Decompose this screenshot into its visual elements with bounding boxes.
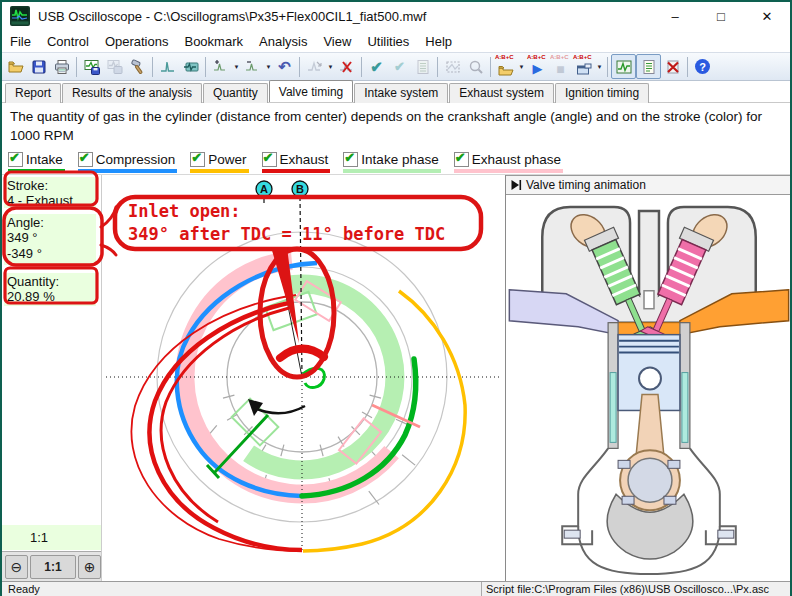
close-button[interactable]: ✕ bbox=[744, 3, 790, 29]
stretch-dropdown-arrow[interactable]: ▼ bbox=[232, 64, 241, 70]
script-folder-icon bbox=[497, 60, 515, 78]
menu-control[interactable]: Control bbox=[39, 32, 97, 51]
zoom-region-button[interactable] bbox=[464, 55, 487, 78]
select-region-button[interactable] bbox=[441, 55, 464, 78]
menu-operations[interactable]: Operations bbox=[97, 32, 177, 51]
coolant-passage-right bbox=[682, 373, 688, 443]
marker-a[interactable]: A bbox=[256, 181, 272, 203]
checkbox-icon: ✔ bbox=[262, 152, 277, 167]
tools-button[interactable] bbox=[126, 55, 149, 78]
script-badge: A:B+C bbox=[550, 54, 569, 60]
script-editor-dropdown-arrow[interactable]: ▼ bbox=[595, 64, 604, 70]
checkbox-power[interactable]: ✔Power bbox=[190, 152, 248, 173]
quantity-info-box: Quantity: 20.89 % bbox=[4, 273, 96, 306]
script-panel-icon bbox=[640, 58, 658, 76]
apply-button[interactable]: ✔ bbox=[365, 55, 388, 78]
checkbox-exhaust-phase[interactable]: ✔Exhaust phase bbox=[454, 152, 563, 173]
close-document-icon bbox=[664, 58, 682, 76]
undo-button[interactable]: ↶ bbox=[273, 55, 296, 78]
script-badge: A:B+C bbox=[573, 54, 592, 60]
menu-file[interactable]: File bbox=[2, 32, 39, 51]
measure-dropdown-arrow[interactable]: ▼ bbox=[326, 64, 335, 70]
crank-journal bbox=[628, 458, 672, 502]
stroke-label: Stroke: bbox=[7, 178, 93, 193]
checkbox-compression[interactable]: ✔Compression bbox=[78, 152, 178, 173]
pulse-button[interactable] bbox=[156, 55, 179, 78]
app-window: USB Oscilloscope - C:\Oscillograms\Px35+… bbox=[0, 0, 792, 596]
menu-bookmark[interactable]: Bookmark bbox=[176, 32, 251, 51]
undo-icon: ↶ bbox=[278, 59, 291, 74]
script-open-dropdown-arrow[interactable]: ▼ bbox=[517, 64, 526, 70]
menu-bar: File Control Operations Bookmark Analysi… bbox=[2, 30, 790, 52]
script-editor-button[interactable]: A:B+C bbox=[572, 55, 595, 78]
engine-diagram bbox=[506, 195, 792, 581]
toggle-graph-panel-button[interactable] bbox=[611, 54, 636, 79]
open-file-button[interactable] bbox=[4, 55, 27, 78]
checkbox-exhaust[interactable]: ✔Exhaust bbox=[262, 152, 331, 173]
polar-chart: A B bbox=[102, 175, 505, 581]
export-image-button[interactable] bbox=[103, 55, 126, 78]
erase-marks-button[interactable] bbox=[335, 55, 358, 78]
script-stop-button[interactable]: A:B+C■ bbox=[549, 55, 572, 78]
description-text: The quantity of gas in the cylinder (dis… bbox=[2, 103, 790, 150]
menu-help[interactable]: Help bbox=[417, 32, 460, 51]
checkbox-intake[interactable]: ✔Intake bbox=[8, 152, 65, 173]
tab-results-of-the-analysis[interactable]: Results of the analysis bbox=[62, 83, 202, 103]
tab-intake-system[interactable]: Intake system bbox=[354, 83, 448, 103]
checkbox-icon: ✔ bbox=[8, 152, 23, 167]
minimize-button[interactable]: – bbox=[652, 3, 698, 29]
tab-exhaust-system[interactable]: Exhaust system bbox=[449, 83, 554, 103]
checkbox-icon: ✔ bbox=[454, 152, 469, 167]
save-file-button[interactable] bbox=[27, 55, 50, 78]
close-document-button[interactable] bbox=[661, 55, 684, 78]
magnifier-icon bbox=[467, 58, 485, 76]
svg-text:B: B bbox=[296, 183, 304, 195]
script-run-button[interactable]: A:B+C▶ bbox=[526, 55, 549, 78]
maximize-button[interactable]: □ bbox=[698, 3, 744, 29]
toolbar-separator bbox=[687, 57, 688, 77]
zoom-controls: ⊖ 1:1 ⊕ bbox=[2, 551, 101, 581]
checkbox-intake-phase[interactable]: ✔Intake phase bbox=[343, 152, 440, 173]
pulse-settings-button[interactable] bbox=[179, 55, 202, 78]
script-file-path: Script file:C:\Program Files (x86)\USB O… bbox=[481, 582, 790, 596]
wrist-pin bbox=[639, 368, 661, 390]
polar-chart-area[interactable]: A B bbox=[102, 175, 505, 581]
animation-header[interactable]: Valve timing animation bbox=[506, 175, 792, 195]
menu-view[interactable]: View bbox=[315, 32, 359, 51]
double-check-icon: ✔ bbox=[394, 60, 405, 73]
tab-quantity[interactable]: Quantity bbox=[203, 83, 268, 103]
coolant-passage-left bbox=[610, 373, 616, 443]
measure-icon bbox=[306, 58, 324, 76]
status-bar: Ready Script file:C:\Program Files (x86)… bbox=[2, 581, 790, 596]
apply-all-button[interactable]: ✔ bbox=[388, 55, 411, 78]
zoom-reset-button[interactable]: 1:1 bbox=[30, 555, 77, 579]
hammer-icon bbox=[129, 58, 147, 76]
shrink-dropdown-arrow[interactable]: ▼ bbox=[264, 64, 273, 70]
zoom-in-button[interactable]: ⊕ bbox=[78, 555, 101, 579]
shrink-signal-button[interactable] bbox=[241, 55, 264, 78]
tab-ignition-timing[interactable]: Ignition timing bbox=[555, 83, 649, 103]
measure-button[interactable] bbox=[303, 55, 326, 78]
toggle-script-panel-button[interactable] bbox=[636, 54, 661, 79]
window-title: USB Oscilloscope - C:\Oscillograms\Px35+… bbox=[38, 9, 652, 24]
marker-b[interactable]: B bbox=[292, 181, 308, 197]
intake-inner-curve bbox=[303, 368, 324, 387]
stretch-signal-button[interactable] bbox=[209, 55, 232, 78]
save-image-button[interactable] bbox=[80, 55, 103, 78]
svg-text:A: A bbox=[260, 183, 268, 195]
menu-analysis[interactable]: Analysis bbox=[251, 32, 315, 51]
tab-valve-timing[interactable]: Valve timing bbox=[269, 80, 353, 102]
menu-utilities[interactable]: Utilities bbox=[359, 32, 417, 51]
tab-report[interactable]: Report bbox=[5, 83, 61, 103]
print-button[interactable] bbox=[50, 55, 73, 78]
angle-value: 349 ° bbox=[7, 230, 93, 245]
spark-plug bbox=[644, 291, 654, 309]
folder-open-icon bbox=[7, 58, 25, 76]
help-button[interactable]: ? bbox=[691, 55, 714, 78]
script-open-button[interactable]: A:B+C bbox=[494, 55, 517, 78]
zoom-out-button[interactable]: ⊖ bbox=[5, 555, 28, 579]
toolbar-separator bbox=[205, 57, 206, 77]
report-button[interactable] bbox=[411, 55, 434, 78]
toolbar-separator bbox=[607, 57, 608, 77]
script-window-icon bbox=[575, 60, 593, 78]
